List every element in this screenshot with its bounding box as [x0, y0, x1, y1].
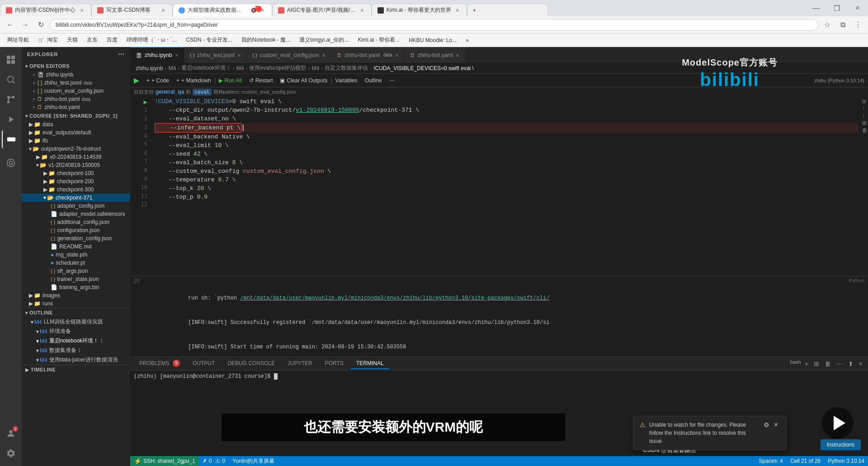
tree-output[interactable]: ▾ 📂 output/qwen2-7b-instruct — [22, 145, 130, 153]
menu-button[interactable]: ⋮ — [852, 19, 864, 31]
status-user[interactable]: Yunlin的共享屏幕 — [229, 456, 278, 466]
breadcrumb-8[interactable]: !CUDA_VISIBLE_DEVICES=0 swift eval \ — [373, 65, 474, 71]
run-cell-button[interactable]: ▶ — [134, 76, 139, 85]
tree-additional-config[interactable]: { } additional_config.json — [22, 218, 130, 226]
breadcrumb-1[interactable]: zhihu.ipynb — [136, 65, 163, 71]
run-all-button[interactable]: ▶ Run All — [215, 76, 245, 85]
tree-lfs[interactable]: ▶ 📁 lfs — [22, 137, 130, 145]
activity-explorer[interactable] — [2, 51, 20, 69]
maximize-button[interactable]: ❐ — [826, 0, 847, 16]
editor-tab3-close[interactable]: × — [322, 52, 326, 59]
status-cell[interactable]: Cell 21 of 26 — [787, 456, 824, 466]
tree-runs[interactable]: ▶ 📁 runs — [22, 300, 130, 308]
editor-tab-zhihu-ipynb[interactable]: 📓 zhihu.ipynb × — [130, 47, 184, 63]
editor-tab2-close[interactable]: × — [237, 52, 241, 59]
cell-run-indicator[interactable]: ▶ — [144, 98, 147, 105]
address-bar[interactable]: bilibili.com/video/BV1vuWpezEKx/?p=21&sp… — [50, 19, 818, 31]
bookmark-csdn[interactable]: CSDN - 专业开发... — [182, 35, 236, 45]
move-up-action[interactable]: ↑ — [862, 105, 868, 112]
open-file-zhihu-bot-data[interactable]: × 🗒 zhihu-bot.yaml data — [22, 95, 130, 103]
terminal-split-button[interactable]: ⊞ — [812, 359, 821, 368]
editor-tab-zhihu-test[interactable]: { } zhihu_test.jsonl × — [184, 47, 247, 63]
course-section-header[interactable]: ▾ COURSE [SSH: SHARED_2GPU_1] — [22, 111, 130, 120]
new-tab-button[interactable]: + — [467, 4, 548, 16]
add-markdown-button[interactable]: + + Markdown — [173, 76, 215, 85]
more-toolbar-button[interactable]: ⋯ — [386, 76, 398, 85]
tree-v0[interactable]: ▶ 📁 v0-20240819-114539 — [22, 153, 130, 161]
bookmark-nav[interactable]: 网址导航 — [4, 35, 33, 45]
browser-tab-5[interactable]: Kimi.ai - 帮你看更大的世界 × — [372, 4, 467, 16]
tree-data[interactable]: ▶ 📁 data — [22, 120, 130, 128]
tree-ckpt200[interactable]: ▶ 📁 checkpoint-200 — [22, 177, 130, 185]
tree-v1[interactable]: ▾ 📂 v1-20240819-150005 — [22, 161, 130, 169]
editor-tab1-close[interactable]: × — [175, 52, 179, 59]
extensions-button[interactable]: ⧉ — [836, 19, 849, 31]
play-button-overlay[interactable] — [822, 407, 854, 439]
star-button[interactable]: ☆ — [821, 19, 834, 31]
outline-button[interactable]: Outline — [361, 76, 386, 85]
breadcrumb-3[interactable]: 重启notebook环境！ — [181, 64, 231, 72]
breadcrumb-6[interactable]: M4 — [312, 65, 320, 71]
activity-search[interactable] — [2, 71, 20, 89]
tree-sft-args[interactable]: { } sft_args.json — [22, 267, 130, 275]
bookmark-kimi[interactable]: Kimi.ai - 帮你看... — [354, 35, 403, 45]
tree-ckpt300[interactable]: ▶ 📁 checkpoint-300 — [22, 185, 130, 194]
bookmark-baidu[interactable]: 百度 — [103, 35, 121, 45]
instructions-button[interactable]: Instructions — [821, 439, 861, 450]
panel-tab-terminal[interactable]: TERMINAL — [351, 358, 389, 369]
tree-images[interactable]: ▶ 📁 images — [22, 291, 130, 300]
panel-close-button[interactable]: × — [857, 359, 864, 368]
tab5-close[interactable]: × — [454, 7, 461, 14]
bookmark-jd[interactable]: 京东 — [83, 35, 101, 45]
open-file-zhihu-bot[interactable]: × 🗒 zhihu-bot.yaml — [22, 103, 130, 111]
browser-tab-4[interactable]: AIGC专题-图片/声音/视频/Ager... × — [272, 4, 372, 16]
split-action[interactable]: ⊞ — [862, 120, 868, 126]
refresh-button[interactable]: ↻ — [34, 19, 47, 31]
back-button[interactable]: ← — [4, 19, 16, 31]
tree-adapter-safetensors[interactable]: 📄 adapter_model.safetensors — [22, 210, 130, 218]
outline-env[interactable]: ▾ M4 环境准备 — [22, 327, 130, 336]
bookmark-taobao[interactable]: 🛒淘宝 — [34, 35, 61, 45]
breadcrumb-5[interactable]: 使用evalscope评估模型 — [249, 64, 306, 72]
clear-outputs-button[interactable]: ▣ Clear All Outputs — [276, 76, 331, 85]
terminal-trash-button[interactable]: 🗑 — [823, 359, 833, 368]
editor-tab4-close[interactable]: × — [395, 52, 399, 59]
panel-tab-jupyter[interactable]: JUPYTER — [282, 358, 318, 369]
terminal-more-button[interactable]: ⋯ — [835, 359, 844, 368]
minimize-button[interactable]: — — [806, 0, 826, 16]
tree-trainer-state[interactable]: { } trainer_state.json — [22, 275, 130, 283]
activity-settings[interactable] — [2, 444, 20, 462]
tree-eval-outputs[interactable]: ▶ 📁 eval_outputs/default — [22, 128, 130, 137]
activity-extensions[interactable] — [2, 130, 20, 148]
tree-ckpt100[interactable]: ▶ 📁 checkpoint-100 — [22, 169, 130, 177]
browser-tab-3[interactable]: 大模型微调实践数据准备/清... 🔴 🔇 × — [173, 4, 272, 16]
bookmark-tongyi[interactable]: 通义tongyi.ai_你的... — [296, 35, 352, 45]
browser-tab-2[interactable]: 写文章-CSDN博客 × — [91, 4, 173, 16]
open-file-zhihu-test[interactable]: × { } zhihu_test.jsonl data — [22, 79, 130, 87]
outline-header[interactable]: ▾ OUTLINE — [22, 308, 130, 317]
status-errors[interactable]: ✗ 0 ⚠ 0 — [199, 456, 229, 466]
breadcrumb-4[interactable]: M4 — [236, 65, 244, 71]
tree-adapter-config[interactable]: { } adapter_config.json — [22, 202, 130, 210]
outline-dataset[interactable]: ▾ M4 数据集准备 1 — [22, 346, 130, 355]
activity-source-control[interactable] — [2, 90, 20, 109]
terminal-add-button[interactable]: + — [803, 359, 810, 368]
breadcrumb-7[interactable]: 自定义数据集评估 — [325, 64, 368, 72]
explorer-action-new-file[interactable]: ⋯ — [118, 51, 125, 58]
code-content[interactable]: !CUDA_VISIBLE_DEVICES=0 swift eval \ --c… — [151, 96, 862, 276]
variables-button[interactable]: Variables — [332, 76, 361, 85]
panel-tab-debug[interactable]: DEBUG CONSOLE — [222, 358, 280, 369]
outline-datajuicer[interactable]: ▾ M4 使用data-juicer进行数据清洗 — [22, 355, 130, 365]
editor-tab-custom-eval[interactable]: { } custom_eval_config.json × — [247, 47, 331, 63]
outline-llm[interactable]: ▾ M4 LLM训练全链路最佳实践 — [22, 317, 130, 327]
forward-button[interactable]: → — [19, 19, 32, 31]
add-code-button[interactable]: + + Code — [143, 76, 173, 85]
tree-training-args[interactable]: 📄 training_args.bin — [22, 283, 130, 291]
bookmark-tianmao[interactable]: 天猫 — [63, 35, 81, 45]
kernel-info[interactable]: zhihu (Python 3.10.14) — [814, 78, 864, 83]
status-ssh[interactable]: ⚡ SSH: shared_2gpu_1 — [130, 456, 199, 466]
delete-cell-action[interactable]: 🗑 — [862, 127, 868, 133]
move-down-action[interactable]: ↓ — [862, 113, 868, 119]
panel-tab-ports[interactable]: PORTS — [320, 358, 349, 369]
activity-run-debug[interactable] — [2, 110, 20, 128]
